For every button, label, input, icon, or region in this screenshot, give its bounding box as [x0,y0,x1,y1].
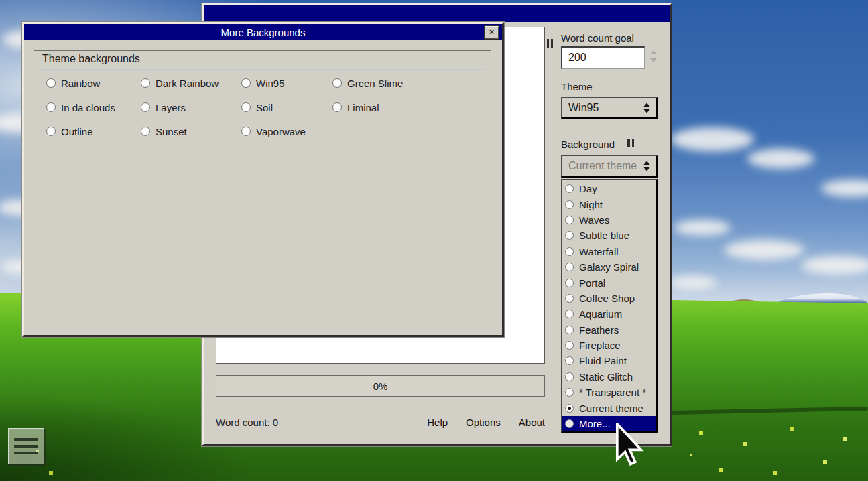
background-option-label: Feathers [579,324,619,336]
background-option-label: Subtle blue [579,230,629,241]
word-count-goal-input[interactable] [561,46,645,69]
background-option[interactable]: Portal [562,275,656,290]
more-backgrounds-dialog: More Backgrounds × Theme backgrounds Rai… [22,22,504,337]
theme-background-option[interactable]: Vaporwave [241,126,332,137]
theme-background-option-label: Vaporwave [256,126,306,137]
background-option[interactable]: Coffee Shop [562,291,656,306]
select-arrows-icon [643,161,650,171]
background-option[interactable]: Day [562,181,656,196]
background-option-label: Coffee Shop [579,293,635,304]
theme-background-option[interactable]: Outline [46,126,141,137]
background-option-label: Fireplace [579,340,621,351]
background-pause-icon[interactable] [627,139,634,147]
word-count-label: Word count: 0 [216,417,278,428]
wallpaper-flowers [0,0,1,1]
radio-icon [565,388,574,397]
background-select[interactable]: Current theme [561,155,658,178]
background-option[interactable]: Feathers [562,322,656,338]
footer-link[interactable]: Options [466,417,501,428]
desktop: 0% Word count: 0 HelpOptionsAbout Word c… [0,0,868,481]
radio-icon [46,127,56,136]
spinner-down-icon[interactable] [650,58,658,62]
background-option[interactable]: Galaxy Spiral [562,259,656,275]
radio-icon [565,184,574,193]
theme-background-option[interactable]: In da clouds [46,102,141,113]
background-option[interactable]: Fluid Paint [562,353,656,368]
background-option-label: Night [579,199,603,210]
cloud [747,149,814,169]
theme-background-option-label: Win95 [256,78,285,89]
background-option[interactable]: Waves [562,212,656,228]
background-label: Background [561,139,615,150]
hamburger-icon [14,438,38,454]
radio-icon [46,78,56,88]
radio-icon [565,200,574,209]
background-option-label: * Transparent * [579,387,646,398]
theme-background-option[interactable]: Sunset [141,126,241,137]
background-option-label: Galaxy Spiral [579,261,639,273]
radio-icon [241,102,251,112]
word-count-goal-label: Word count goal [561,32,634,44]
radio-icon [332,78,342,88]
background-option-label: Portal [579,277,605,289]
radio-icon [565,326,574,334]
theme-background-option-label: Outline [61,126,93,137]
pause-icon[interactable] [547,39,553,48]
footer-link[interactable]: Help [427,417,448,428]
radio-icon [565,294,574,303]
cloud [669,276,717,289]
footer-link[interactable]: About [519,417,545,428]
theme-select[interactable]: Win95 [561,97,658,119]
theme-background-option[interactable]: Liminal [332,102,403,113]
background-option[interactable]: Waterfall [562,244,656,259]
background-option[interactable]: Aquarium [562,306,656,322]
radio-icon [241,78,251,88]
theme-background-option[interactable]: Rainbow [46,78,141,88]
theme-background-option[interactable]: Win95 [241,78,332,88]
radio-icon [565,341,574,350]
theme-background-option-label: Sunset [156,126,187,137]
theme-background-option-label: Liminal [347,102,379,113]
radio-icon [141,127,150,136]
background-option[interactable]: Subtle blue [562,228,656,243]
select-arrows-icon [643,102,650,113]
background-option[interactable]: More... [562,416,656,431]
theme-background-option-label: Dark Rainbow [156,78,219,89]
goal-spinner [650,50,658,62]
background-options-list: Day Night Waves Subtle blue Waterfall Ga… [561,179,658,433]
theme-background-option-label: Green Slime [347,78,403,89]
dialog-titlebar[interactable]: More Backgrounds × [24,24,502,40]
background-option[interactable]: Night [562,196,656,212]
desktop-menu-button[interactable] [8,428,44,464]
theme-background-option-label: Rainbow [61,78,100,89]
theme-background-option[interactable]: Soil [241,102,332,113]
radio-icon [565,247,574,256]
theme-background-option[interactable]: Green Slime [332,78,403,88]
theme-select-value: Win95 [568,102,599,114]
close-icon[interactable]: × [485,26,499,39]
background-option-label: Static Glitch [579,371,633,383]
background-option-label: Waterfall [579,246,619,257]
radio-icon [565,216,574,224]
spinner-up-icon[interactable] [650,50,658,55]
radio-icon [565,279,574,287]
theme-background-option[interactable]: Dark Rainbow [141,78,241,88]
background-option[interactable]: Fireplace [562,338,656,353]
background-option-label: Aquarium [579,308,622,320]
main-window-titlebar[interactable] [204,5,670,22]
theme-background-option-label: Layers [156,102,186,113]
background-option[interactable]: * Transparent * [562,385,656,400]
theme-background-option-label: In da clouds [61,102,115,113]
theme-background-option[interactable]: Layers [141,102,241,113]
background-select-value: Current theme [568,160,637,172]
background-option-label: Waves [579,214,609,226]
radio-icon [46,102,56,112]
progress-percent-label: 0% [373,381,388,392]
radio-icon [565,231,574,240]
background-option-label: Fluid Paint [579,355,627,366]
background-option[interactable]: Current theme [562,400,656,415]
radio-icon [565,310,574,318]
radio-icon [332,102,342,112]
background-option[interactable]: Static Glitch [562,369,656,385]
radio-icon [565,419,574,428]
